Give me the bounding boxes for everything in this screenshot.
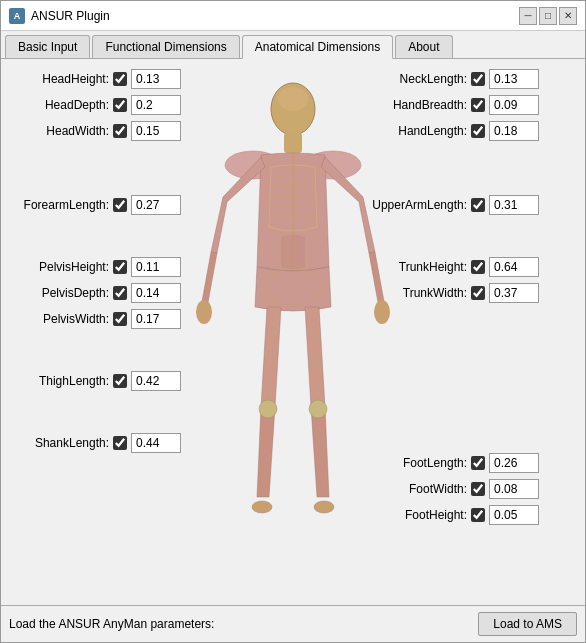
pelvis-height-input[interactable]: [131, 257, 181, 277]
field-row-foot-length: FootLength:: [357, 453, 577, 473]
field-row-pelvis-height: PelvisHeight:: [9, 257, 209, 277]
forearm-length-label: ForearmLength:: [9, 198, 109, 212]
trunk-height-input[interactable]: [489, 257, 539, 277]
field-row-head-width: HeadWidth:: [9, 121, 209, 141]
trunk-height-label: TrunkHeight:: [357, 260, 467, 274]
upper-arm-length-input[interactable]: [489, 195, 539, 215]
field-row-shank-length: ShankLength:: [9, 433, 209, 453]
close-button[interactable]: ✕: [559, 7, 577, 25]
left-panel: HeadHeight: HeadDepth: HeadWidth:: [9, 67, 209, 597]
svg-point-2: [278, 87, 308, 111]
pelvis-depth-checkbox[interactable]: [113, 286, 127, 300]
title-bar-left: A ANSUR Plugin: [9, 8, 110, 24]
foot-height-input[interactable]: [489, 505, 539, 525]
main-area: HeadHeight: HeadDepth: HeadWidth:: [9, 67, 577, 597]
svg-point-13: [259, 400, 277, 418]
right-panel: NeckLength: HandBreadth: HandLength:: [357, 67, 577, 527]
title-controls: ─ □ ✕: [519, 7, 577, 25]
field-row-pelvis-depth: PelvisDepth:: [9, 283, 209, 303]
foot-width-label: FootWidth:: [357, 482, 467, 496]
head-height-checkbox[interactable]: [113, 72, 127, 86]
field-row-head-depth: HeadDepth:: [9, 95, 209, 115]
hand-breadth-input[interactable]: [489, 95, 539, 115]
hand-length-label: HandLength:: [357, 124, 467, 138]
pelvis-width-checkbox[interactable]: [113, 312, 127, 326]
hand-length-checkbox[interactable]: [471, 124, 485, 138]
trunk-width-label: TrunkWidth:: [357, 286, 467, 300]
head-width-input[interactable]: [131, 121, 181, 141]
thigh-length-label: ThighLength:: [9, 374, 109, 388]
field-row-foot-width: FootWidth:: [357, 479, 577, 499]
bottom-label: Load the ANSUR AnyMan parameters:: [9, 617, 214, 631]
thigh-length-checkbox[interactable]: [113, 374, 127, 388]
bottom-bar: Load the ANSUR AnyMan parameters: Load t…: [1, 605, 585, 642]
tab-bar: Basic Input Functional Dimensions Anatom…: [1, 31, 585, 59]
head-height-input[interactable]: [131, 69, 181, 89]
neck-length-label: NeckLength:: [357, 72, 467, 86]
pelvis-width-input[interactable]: [131, 309, 181, 329]
window-title: ANSUR Plugin: [31, 9, 110, 23]
svg-point-14: [309, 400, 327, 418]
field-row-hand-breadth: HandBreadth:: [357, 95, 577, 115]
trunk-height-checkbox[interactable]: [471, 260, 485, 274]
load-to-ams-button[interactable]: Load to AMS: [478, 612, 577, 636]
tab-functional[interactable]: Functional Dimensions: [92, 35, 239, 58]
field-row-pelvis-width: PelvisWidth:: [9, 309, 209, 329]
field-row-head-height: HeadHeight:: [9, 69, 209, 89]
head-depth-input[interactable]: [131, 95, 181, 115]
upper-arm-length-label: UpperArmLength:: [357, 198, 467, 212]
head-depth-checkbox[interactable]: [113, 98, 127, 112]
svg-point-3: [279, 111, 307, 131]
content-area: HeadHeight: HeadDepth: HeadWidth:: [1, 59, 585, 605]
hand-breadth-checkbox[interactable]: [471, 98, 485, 112]
shank-length-checkbox[interactable]: [113, 436, 127, 450]
forearm-length-checkbox[interactable]: [113, 198, 127, 212]
pelvis-depth-label: PelvisDepth:: [9, 286, 109, 300]
tab-about[interactable]: About: [395, 35, 452, 58]
field-row-hand-length: HandLength:: [357, 121, 577, 141]
thigh-length-input[interactable]: [131, 371, 181, 391]
pelvis-width-label: PelvisWidth:: [9, 312, 109, 326]
svg-rect-4: [284, 133, 302, 153]
field-row-upper-arm-length: UpperArmLength:: [357, 195, 577, 215]
title-bar: A ANSUR Plugin ─ □ ✕: [1, 1, 585, 31]
app-icon: A: [9, 8, 25, 24]
svg-point-12: [314, 501, 334, 513]
shank-length-input[interactable]: [131, 433, 181, 453]
field-row-neck-length: NeckLength:: [357, 69, 577, 89]
svg-point-11: [252, 501, 272, 513]
minimize-button[interactable]: ─: [519, 7, 537, 25]
neck-length-checkbox[interactable]: [471, 72, 485, 86]
upper-arm-length-checkbox[interactable]: [471, 198, 485, 212]
foot-height-label: FootHeight:: [357, 508, 467, 522]
field-row-foot-height: FootHeight:: [357, 505, 577, 525]
pelvis-height-label: PelvisHeight:: [9, 260, 109, 274]
main-window: A ANSUR Plugin ─ □ ✕ Basic Input Functio…: [0, 0, 586, 643]
forearm-length-input[interactable]: [131, 195, 181, 215]
trunk-width-input[interactable]: [489, 283, 539, 303]
foot-length-input[interactable]: [489, 453, 539, 473]
shank-length-label: ShankLength:: [9, 436, 109, 450]
foot-length-label: FootLength:: [357, 456, 467, 470]
head-width-label: HeadWidth:: [9, 124, 109, 138]
tab-anatomical[interactable]: Anatomical Dimensions: [242, 35, 393, 59]
field-row-forearm-length: ForearmLength:: [9, 195, 209, 215]
head-width-checkbox[interactable]: [113, 124, 127, 138]
tab-basic[interactable]: Basic Input: [5, 35, 90, 58]
foot-width-checkbox[interactable]: [471, 482, 485, 496]
foot-length-checkbox[interactable]: [471, 456, 485, 470]
foot-height-checkbox[interactable]: [471, 508, 485, 522]
head-depth-label: HeadDepth:: [9, 98, 109, 112]
field-row-trunk-width: TrunkWidth:: [357, 283, 577, 303]
hand-length-input[interactable]: [489, 121, 539, 141]
pelvis-depth-input[interactable]: [131, 283, 181, 303]
field-row-thigh-length: ThighLength:: [9, 371, 209, 391]
neck-length-input[interactable]: [489, 69, 539, 89]
head-height-label: HeadHeight:: [9, 72, 109, 86]
foot-width-input[interactable]: [489, 479, 539, 499]
hand-breadth-label: HandBreadth:: [357, 98, 467, 112]
trunk-width-checkbox[interactable]: [471, 286, 485, 300]
pelvis-height-checkbox[interactable]: [113, 260, 127, 274]
field-row-trunk-height: TrunkHeight:: [357, 257, 577, 277]
maximize-button[interactable]: □: [539, 7, 557, 25]
